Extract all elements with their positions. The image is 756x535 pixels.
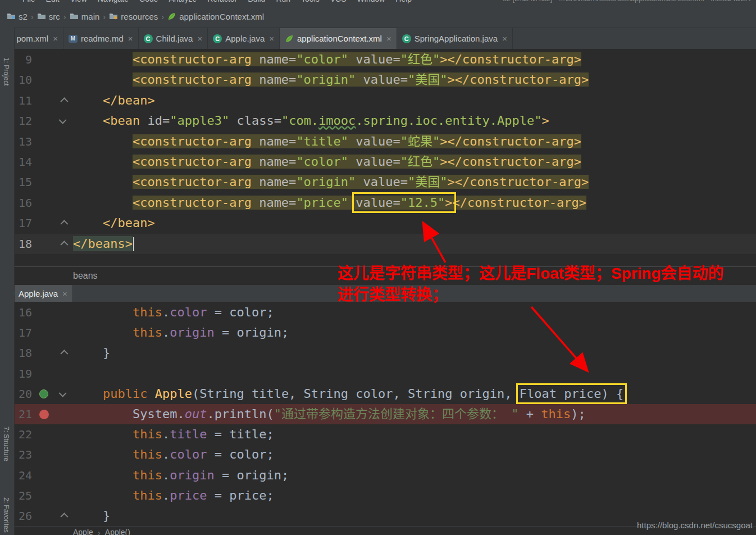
code-token: "apple3"	[170, 114, 229, 128]
fold-down-icon[interactable]	[59, 116, 67, 124]
gutter-icon-slot	[32, 132, 56, 152]
code-token: "price"	[296, 196, 348, 210]
fold-up-icon[interactable]	[60, 350, 68, 358]
breadcrumb-separator: ›	[103, 12, 106, 21]
xml-editor[interactable]: 9 <constructor-arg name="color" value="红…	[14, 49, 756, 266]
code-token: Apple	[155, 387, 192, 401]
spring-bean-icon[interactable]	[39, 389, 48, 398]
breadcrumb-apple[interactable]: Apple()	[105, 528, 130, 535]
code-token: "com.	[281, 114, 318, 128]
java-editor[interactable]: 16 this.color = color;17 this.origin = o…	[14, 302, 756, 526]
gutter-fold-slot	[56, 506, 71, 526]
code-text: this.origin = origin;	[71, 323, 289, 343]
tab-close-icon[interactable]: ×	[62, 289, 67, 298]
line-number: 17	[14, 213, 32, 233]
line-number: 10	[14, 70, 32, 90]
breadcrumb-src[interactable]: src	[36, 12, 61, 21]
code-token	[73, 387, 103, 401]
menu-file[interactable]: File	[22, 0, 35, 5]
breadcrumb-apple[interactable]: Apple	[73, 528, 93, 535]
code-text: <constructor-arg name="origin" value="美国…	[71, 172, 589, 192]
breadcrumb-item-beans[interactable]: beans	[73, 271, 98, 281]
code-token: System.	[133, 407, 185, 421]
menu-navigate[interactable]: Navigate	[98, 0, 129, 5]
menu-run[interactable]: Run	[276, 0, 290, 5]
tab-apple-java[interactable]: CApple.java×	[208, 28, 280, 49]
gutter-icon-slot	[32, 506, 56, 526]
code-text: this.origin = origin;	[71, 465, 289, 486]
menu-tools[interactable]: Tools	[301, 0, 320, 5]
code-text: public Apple(String title, String color,…	[71, 384, 623, 404]
code-token: this	[133, 325, 162, 339]
tab-springapplication-java[interactable]: CSpringApplication.java×	[397, 28, 513, 49]
code-token: price	[170, 488, 207, 502]
code-token: );	[571, 407, 586, 421]
code-text: <constructor-arg name="price" value="12.…	[71, 193, 586, 213]
breadcrumb-applicationcontext-xml[interactable]: applicationContext.xml	[166, 12, 265, 21]
breadcrumb-resources[interactable]: resources	[108, 12, 159, 21]
gutter-fold-slot	[56, 404, 71, 424]
code-line-18: 18 }	[14, 343, 756, 363]
menu-window[interactable]: Window	[357, 0, 385, 5]
code-line-9: 9 <constructor-arg name="color" value="红…	[14, 49, 756, 70]
tab-close-icon[interactable]: ×	[386, 34, 391, 43]
annotation-text-line-1: 这儿是字符串类型；这儿是Float类型；Spring会自动的	[338, 264, 724, 284]
code-text: </beans>	[71, 234, 134, 254]
code-text: <bean id="apple3" class="com.imooc.sprin…	[71, 111, 549, 131]
code-token: this	[133, 468, 162, 482]
gutter-fold-slot	[56, 172, 71, 192]
menu-analyze[interactable]: Analyze	[169, 0, 197, 5]
code-token	[73, 325, 133, 339]
menu-code[interactable]: Code	[139, 0, 158, 5]
fold-up-icon[interactable]	[60, 241, 68, 248]
code-line-14: 14 <constructor-arg name="color" value="…	[14, 152, 756, 172]
fold-up-icon[interactable]	[60, 97, 68, 105]
tab-readme-md[interactable]: Mreadme.md×	[63, 28, 139, 49]
gutter-fold-slot	[56, 424, 71, 445]
code-token: </constructor-arg>	[453, 196, 586, 210]
code-token: value=	[356, 72, 408, 87]
breakpoint-icon[interactable]	[39, 410, 49, 419]
code-token: name=	[252, 155, 296, 169]
breadcrumb-s2[interactable]: s2	[6, 12, 29, 21]
tool-window-button-project[interactable]: 1: Project	[2, 57, 10, 86]
tab-close-icon[interactable]: ×	[197, 34, 202, 43]
menu-view[interactable]: View	[70, 0, 87, 5]
markdown-icon: M	[69, 35, 78, 43]
code-token: id=	[140, 114, 170, 128]
tool-window-button-favorites[interactable]: 2: Favorites	[2, 497, 10, 533]
line-number: 21	[14, 404, 32, 424]
tab-applicationcontext-xml[interactable]: applicationContext.xml×	[280, 28, 397, 49]
tab-close-icon[interactable]: ×	[53, 34, 58, 43]
tab-close-icon[interactable]: ×	[128, 34, 133, 43]
menu-build[interactable]: Build	[248, 0, 265, 5]
gutter-fold-slot	[56, 234, 71, 254]
fold-up-icon[interactable]	[60, 220, 68, 228]
tool-window-button-structure[interactable]: 7: Structure	[2, 427, 10, 461]
code-token: .	[162, 447, 170, 461]
code-token: }	[73, 509, 110, 523]
code-token: "蛇果"	[400, 134, 440, 148]
tab-close-icon[interactable]: ×	[502, 34, 507, 43]
fold-down-icon[interactable]	[59, 389, 67, 397]
gutter-fold-slot	[56, 364, 71, 384]
fold-up-icon[interactable]	[60, 513, 68, 520]
menu-help[interactable]: Help	[395, 0, 412, 5]
folder-resources-icon	[109, 12, 118, 21]
code-text: System.out.println("通过带参构造方法创建对象：四个参数： "…	[71, 404, 586, 424]
code-token: value=	[356, 175, 408, 189]
code-token	[73, 175, 133, 189]
tab-child-java[interactable]: CChild.java×	[139, 28, 208, 49]
tab-close-icon[interactable]: ×	[269, 34, 274, 43]
code-token: imooc	[318, 114, 356, 128]
code-token: .spring.ioc.entity.Apple"	[356, 114, 541, 128]
menu-refactor[interactable]: Refactor	[207, 0, 237, 5]
breadcrumb-separator: ›	[98, 528, 101, 535]
menu-vcs[interactable]: VCS	[330, 0, 347, 5]
line-number: 11	[14, 90, 32, 111]
gutter-icon-slot	[32, 70, 56, 90]
breadcrumb-main[interactable]: main	[69, 12, 101, 21]
menu-edit[interactable]: Edit	[46, 0, 60, 5]
gutter-fold-slot	[56, 445, 71, 465]
code-token: public	[103, 387, 155, 401]
